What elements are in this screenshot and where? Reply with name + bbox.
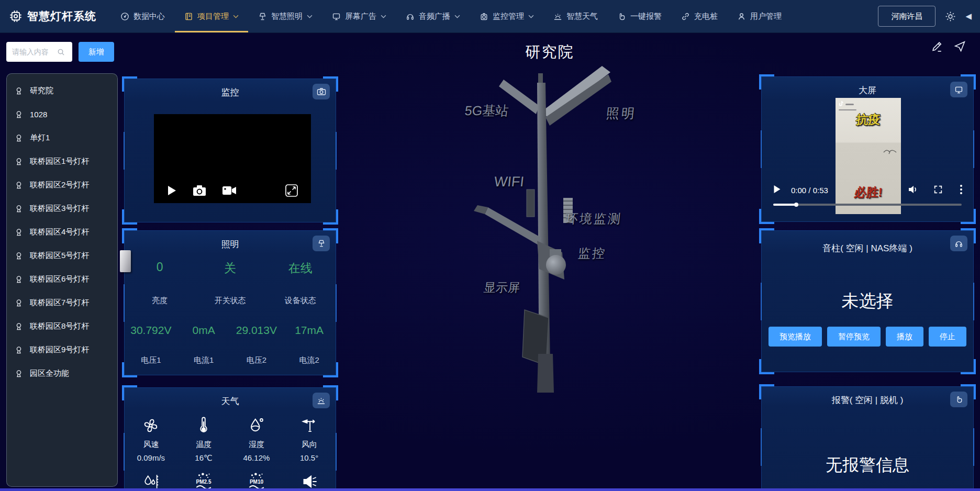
project-icon (184, 12, 193, 21)
lamp-pole-pin-icon (15, 134, 23, 142)
pole-label-5g: 5G基站 (464, 102, 509, 119)
search-icon (57, 48, 65, 56)
device-item[interactable]: 联桥园区1号灯杆 (7, 150, 117, 173)
voltage2-value: 29.013V (230, 324, 283, 337)
snapshot-camera-icon[interactable] (193, 185, 206, 196)
wind-speed-value: 0.09m/s (137, 453, 165, 462)
speaker-headset-button[interactable] (950, 236, 967, 251)
device-item[interactable]: 园区全功能 (7, 362, 117, 385)
pole-label-screen: 显示屏 (483, 280, 520, 296)
lighting-lamp-button[interactable] (313, 236, 330, 251)
play-icon[interactable] (773, 185, 781, 194)
nav-item-user-management[interactable]: 用户管理 (737, 0, 782, 32)
gear-icon[interactable] (945, 11, 956, 22)
device-item[interactable]: 联桥园区8号灯杆 (7, 315, 117, 338)
monitor-panel-title: 监控 (125, 86, 336, 98)
device-item[interactable]: 1028 (7, 103, 117, 126)
wind-speed-fan-icon (140, 415, 161, 436)
pm25-label: PM2.5 (196, 479, 211, 485)
chevron-down-icon (233, 15, 239, 18)
big-screen-button[interactable] (950, 82, 967, 97)
lighting-readings-values: 30.792V 0mA 29.013V 17mA (125, 324, 336, 337)
collapse-panel-icon[interactable]: ◀ (965, 12, 972, 21)
pole-label-lighting: 照明 (605, 105, 637, 122)
device-item[interactable]: 联桥园区2号灯杆 (7, 173, 117, 197)
region-button[interactable]: 河南许昌 (878, 6, 936, 27)
weather-metrics-row: 风速 0.09m/s 温度 16℃ 湿度 46.12% (125, 415, 336, 463)
device-item[interactable]: 联桥园区4号灯杆 (7, 220, 117, 244)
screen-ad-icon (332, 12, 341, 21)
nav-item-charging-pile[interactable]: 充电桩 (681, 0, 718, 32)
nav-right-cluster: 河南许昌 ◀ (878, 6, 972, 27)
weather-metric-humidity: 湿度 46.12% (230, 415, 283, 463)
stop-button[interactable]: 停止 (929, 327, 966, 347)
speaker-button-row: 预览播放 暂停预览 播放 停止 (762, 327, 973, 347)
user-management-icon (737, 12, 746, 21)
video-progress-bar[interactable] (773, 204, 962, 206)
pause-preview-button[interactable]: 暂停预览 (827, 327, 881, 347)
preview-play-button[interactable]: 预览播放 (769, 327, 822, 347)
monitor-panel: 监控 (124, 79, 336, 222)
sidebar-collapse-handle[interactable] (120, 250, 131, 272)
big-screen-panel-title: 大屏 (762, 84, 973, 96)
fullscreen-icon[interactable] (933, 185, 943, 194)
alarm-hand-button[interactable] (950, 392, 967, 407)
kebab-menu-icon[interactable] (960, 184, 963, 195)
nav-item-surveillance[interactable]: 监控管理 (480, 0, 534, 32)
video-caption-top: 抗疫 (836, 111, 901, 128)
nav-item-data-center[interactable]: 数据中心 (120, 0, 165, 32)
switch-state-value: 关 (195, 260, 265, 276)
photo-camera-icon (317, 87, 326, 96)
play-button[interactable]: 播放 (886, 327, 923, 347)
lighting-readings-labels: 电压1 电流1 电压2 电流2 (125, 355, 336, 365)
progress-thumb[interactable] (794, 203, 798, 207)
speaker-panel: 音柱( 空闲 | NAS终端 ) 未选择 预览播放 暂停预览 播放 停止 (761, 230, 974, 372)
device-item[interactable]: 单灯1 (7, 126, 117, 150)
smart-lighting-icon (258, 12, 267, 21)
device-state-value: 在线 (265, 260, 336, 276)
progress-played (773, 204, 796, 206)
lamp-pole-pin-icon (15, 322, 23, 331)
nav-item-one-key-alarm[interactable]: 一键报警 (617, 0, 662, 32)
device-item[interactable]: 联桥园区7号灯杆 (7, 291, 117, 315)
cctv-video-area[interactable] (154, 114, 311, 203)
charging-pile-icon (681, 12, 690, 21)
speaker-status-text: 未选择 (762, 289, 973, 313)
lighting-panel: 照明 0 关 在线 亮度 开关状态 设备状态 30.792V 0mA 29.01… (124, 230, 336, 375)
device-item[interactable]: 联桥园区6号灯杆 (7, 267, 117, 291)
scene-toolbar (931, 40, 966, 53)
add-button[interactable]: 新增 (79, 42, 114, 62)
smart-lamp-system-app: 智慧灯杆系统 数据中心 项目管理 智慧照明 (0, 0, 980, 491)
device-item[interactable]: 联桥园区9号灯杆 (7, 338, 117, 362)
nav-item-audio-broadcast[interactable]: 音频广播 (406, 0, 460, 32)
device-list: 研究院 1028 单灯1 联桥园区1号灯杆 联桥园区2号灯杆 联桥园区3号灯杆 … (6, 73, 118, 487)
device-item[interactable]: 联桥园区3号灯杆 (7, 197, 117, 220)
volume-icon[interactable] (908, 185, 919, 194)
record-video-icon[interactable] (222, 185, 237, 196)
nav-item-screen-ads[interactable]: 屏幕广告 (332, 0, 386, 32)
weather-button[interactable] (313, 393, 330, 408)
weather-panel-title: 天气 (125, 395, 336, 407)
nav-item-smart-lighting[interactable]: 智慧照明 (258, 0, 313, 32)
alarm-panel: 报警( 空闲 | 脱机 ) 无报警信息 (761, 386, 974, 491)
fullscreen-icon[interactable] (285, 184, 298, 197)
play-icon[interactable] (166, 185, 177, 196)
alarm-message: 无报警信息 (762, 454, 973, 477)
lamp-pole-pin-icon (15, 346, 23, 354)
search-input[interactable] (11, 47, 57, 57)
device-item[interactable]: 联桥园区5号灯杆 (7, 244, 117, 267)
video-time: 0:00 / 0:53 (791, 186, 828, 195)
lamp-pole-pin-icon (15, 87, 23, 95)
nav-item-smart-weather[interactable]: 智慧天气 (553, 0, 598, 32)
device-item[interactable]: 研究院 (7, 79, 117, 103)
chevron-down-icon (307, 15, 313, 18)
navigate-arrow-icon[interactable] (953, 40, 966, 53)
monitor-camera-button[interactable] (313, 84, 330, 99)
audio-broadcast-icon (406, 12, 415, 21)
nav-item-project-management[interactable]: 项目管理 (184, 0, 239, 32)
temperature-value: 16℃ (195, 453, 213, 463)
thermometer-icon (193, 415, 214, 436)
edit-pencil-icon[interactable] (931, 40, 944, 53)
humidity-value: 46.12% (243, 453, 270, 462)
wind-vane-icon (299, 415, 320, 436)
